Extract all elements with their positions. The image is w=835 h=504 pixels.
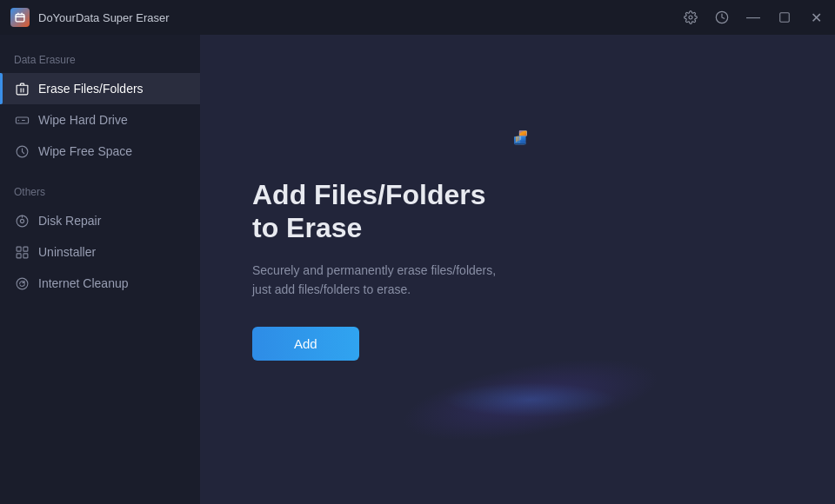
- main-layout: Data Erasure Erase Files/Folders Wipe Ha…: [0, 35, 835, 504]
- content-area: Add Files/Folders to Erase Securely and …: [200, 35, 835, 504]
- svg-rect-11: [23, 247, 27, 251]
- others-label: Others: [0, 181, 200, 205]
- svg-rect-10: [17, 247, 21, 251]
- svg-point-1: [689, 16, 692, 19]
- history-button[interactable]: [713, 9, 731, 26]
- content-description: Securely and permanently erase files/fol…: [252, 261, 513, 300]
- svg-rect-38: [516, 142, 517, 143]
- sidebar-item-wipe-free-space[interactable]: Wipe Free Space: [0, 136, 200, 167]
- sidebar: Data Erasure Erase Files/Folders Wipe Ha…: [0, 35, 200, 504]
- sidebar-item-uninstaller[interactable]: Uninstaller: [0, 236, 200, 268]
- sidebar-item-wipe-hard-drive[interactable]: Wipe Hard Drive: [0, 104, 200, 136]
- titlebar-controls: — ✕: [682, 9, 825, 26]
- hard-drive-icon: [14, 112, 30, 128]
- data-erasure-label: Data Erasure: [0, 49, 200, 73]
- sidebar-item-erase-files[interactable]: Erase Files/Folders: [0, 73, 200, 104]
- add-button[interactable]: Add: [252, 327, 359, 361]
- clock-circle-icon: [14, 143, 30, 159]
- disc-icon: [14, 213, 30, 229]
- content-heading: Add Files/Folders to Erase: [252, 178, 513, 245]
- svg-rect-16: [519, 131, 526, 136]
- svg-rect-44: [519, 142, 520, 143]
- svg-rect-42: [518, 142, 519, 143]
- sidebar-item-internet-cleanup-label: Internet Cleanup: [38, 276, 129, 290]
- close-button[interactable]: ✕: [807, 9, 825, 26]
- svg-rect-19: [518, 136, 519, 141]
- sidebar-item-disk-repair-label: Disk Repair: [38, 214, 101, 228]
- sidebar-item-wipe-hard-drive-label: Wipe Hard Drive: [38, 113, 128, 127]
- svg-rect-18: [518, 136, 518, 142]
- svg-point-14: [17, 278, 28, 289]
- svg-rect-0: [16, 15, 24, 22]
- svg-rect-3: [780, 13, 790, 23]
- svg-rect-13: [23, 253, 27, 257]
- svg-rect-40: [517, 142, 518, 143]
- minimize-button[interactable]: —: [745, 9, 762, 26]
- sidebar-item-internet-cleanup[interactable]: Internet Cleanup: [0, 268, 200, 299]
- illustration: [513, 130, 792, 408]
- settings-button[interactable]: [682, 9, 699, 26]
- refresh-circle-icon: [14, 275, 30, 291]
- grid-icon: [14, 244, 30, 260]
- svg-rect-12: [17, 253, 21, 257]
- sidebar-item-disk-repair[interactable]: Disk Repair: [0, 205, 200, 236]
- sidebar-item-erase-files-label: Erase Files/Folders: [38, 82, 144, 96]
- maximize-button[interactable]: [776, 9, 793, 26]
- folder-erase-icon: [14, 81, 30, 96]
- app-title: DoYourData Super Eraser: [38, 11, 170, 24]
- content-text: Add Files/Folders to Erase Securely and …: [252, 178, 513, 361]
- svg-rect-17: [516, 136, 517, 142]
- titlebar-left: DoYourData Super Eraser: [10, 8, 170, 27]
- sidebar-item-uninstaller-label: Uninstaller: [38, 245, 96, 259]
- titlebar: DoYourData Super Eraser — ✕: [0, 0, 835, 35]
- svg-rect-23: [515, 143, 526, 144]
- sidebar-item-wipe-free-space-label: Wipe Free Space: [38, 144, 132, 158]
- illustration-svg: [513, 130, 528, 145]
- app-icon: [10, 8, 30, 27]
- svg-point-8: [20, 219, 23, 222]
